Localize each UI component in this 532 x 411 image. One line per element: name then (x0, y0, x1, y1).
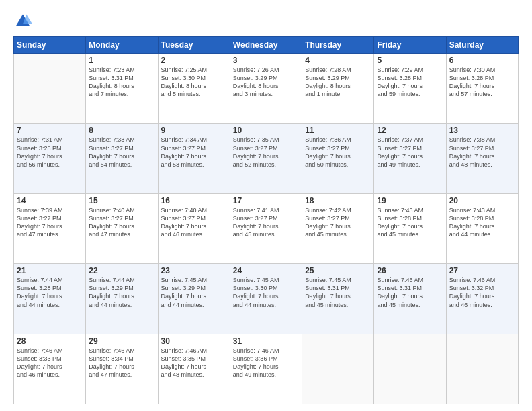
day-info: Sunrise: 7:30 AM Sunset: 3:28 PM Dayligh… (449, 66, 515, 99)
day-info: Sunrise: 7:45 AM Sunset: 3:29 PM Dayligh… (161, 276, 227, 309)
day-info: Sunrise: 7:31 AM Sunset: 3:28 PM Dayligh… (17, 136, 83, 169)
calendar-cell: 29Sunrise: 7:46 AM Sunset: 3:34 PM Dayli… (86, 334, 158, 404)
day-number: 14 (17, 196, 83, 205)
calendar-cell: 2Sunrise: 7:25 AM Sunset: 3:30 PM Daylig… (158, 54, 230, 124)
day-number: 27 (449, 266, 515, 275)
calendar-cell: 14Sunrise: 7:39 AM Sunset: 3:27 PM Dayli… (14, 193, 86, 263)
day-number: 31 (233, 336, 299, 346)
day-info: Sunrise: 7:26 AM Sunset: 3:29 PM Dayligh… (233, 66, 299, 99)
day-number: 18 (305, 196, 371, 205)
day-info: Sunrise: 7:34 AM Sunset: 3:27 PM Dayligh… (161, 136, 227, 169)
calendar-cell: 16Sunrise: 7:40 AM Sunset: 3:27 PM Dayli… (158, 193, 230, 263)
day-info: Sunrise: 7:46 AM Sunset: 3:35 PM Dayligh… (161, 347, 227, 379)
day-number: 21 (17, 266, 83, 275)
page: SundayMondayTuesdayWednesdayThursdayFrid… (0, 0, 532, 411)
calendar-cell: 7Sunrise: 7:31 AM Sunset: 3:28 PM Daylig… (14, 124, 86, 193)
day-number: 24 (233, 266, 299, 275)
calendar-cell: 12Sunrise: 7:37 AM Sunset: 3:27 PM Dayli… (374, 124, 446, 193)
day-number: 28 (17, 336, 83, 346)
day-info: Sunrise: 7:40 AM Sunset: 3:27 PM Dayligh… (161, 206, 227, 239)
calendar-cell: 30Sunrise: 7:46 AM Sunset: 3:35 PM Dayli… (158, 334, 230, 404)
calendar-cell (374, 334, 446, 404)
day-number: 6 (449, 56, 515, 65)
header (13, 12, 519, 31)
day-number: 22 (89, 266, 154, 275)
week-row-5: 28Sunrise: 7:46 AM Sunset: 3:33 PM Dayli… (14, 334, 519, 404)
calendar-cell: 20Sunrise: 7:43 AM Sunset: 3:28 PM Dayli… (446, 193, 518, 263)
day-number: 17 (233, 196, 299, 205)
logo-icon (13, 12, 32, 31)
day-info: Sunrise: 7:28 AM Sunset: 3:29 PM Dayligh… (305, 66, 371, 99)
day-number: 25 (305, 266, 371, 275)
day-info: Sunrise: 7:39 AM Sunset: 3:27 PM Dayligh… (17, 206, 83, 239)
day-info: Sunrise: 7:42 AM Sunset: 3:27 PM Dayligh… (305, 206, 371, 239)
day-number: 29 (89, 336, 154, 346)
weekday-monday: Monday (86, 37, 158, 54)
calendar-cell: 4Sunrise: 7:28 AM Sunset: 3:29 PM Daylig… (302, 54, 374, 124)
day-info: Sunrise: 7:43 AM Sunset: 3:28 PM Dayligh… (377, 206, 443, 239)
weekday-header-row: SundayMondayTuesdayWednesdayThursdayFrid… (14, 37, 519, 54)
day-number: 20 (449, 196, 515, 205)
calendar-cell: 25Sunrise: 7:45 AM Sunset: 3:31 PM Dayli… (302, 264, 374, 334)
weekday-friday: Friday (374, 37, 446, 54)
day-info: Sunrise: 7:38 AM Sunset: 3:27 PM Dayligh… (449, 136, 515, 169)
weekday-wednesday: Wednesday (230, 37, 302, 54)
calendar-cell: 10Sunrise: 7:35 AM Sunset: 3:27 PM Dayli… (230, 124, 302, 193)
day-info: Sunrise: 7:44 AM Sunset: 3:29 PM Dayligh… (89, 276, 154, 309)
calendar-cell: 22Sunrise: 7:44 AM Sunset: 3:29 PM Dayli… (86, 264, 158, 334)
day-number: 9 (161, 126, 227, 135)
day-info: Sunrise: 7:35 AM Sunset: 3:27 PM Dayligh… (233, 136, 299, 169)
calendar-cell (302, 334, 374, 404)
calendar-cell: 24Sunrise: 7:45 AM Sunset: 3:30 PM Dayli… (230, 264, 302, 334)
day-info: Sunrise: 7:43 AM Sunset: 3:28 PM Dayligh… (449, 206, 515, 239)
calendar-cell: 21Sunrise: 7:44 AM Sunset: 3:28 PM Dayli… (14, 264, 86, 334)
calendar-cell: 3Sunrise: 7:26 AM Sunset: 3:29 PM Daylig… (230, 54, 302, 124)
day-info: Sunrise: 7:46 AM Sunset: 3:36 PM Dayligh… (233, 347, 299, 379)
week-row-1: 1Sunrise: 7:23 AM Sunset: 3:31 PM Daylig… (14, 54, 519, 124)
day-number: 16 (161, 196, 227, 205)
day-info: Sunrise: 7:25 AM Sunset: 3:30 PM Dayligh… (161, 66, 227, 99)
calendar-cell: 17Sunrise: 7:41 AM Sunset: 3:27 PM Dayli… (230, 193, 302, 263)
calendar-cell (14, 54, 86, 124)
calendar-cell: 26Sunrise: 7:46 AM Sunset: 3:31 PM Dayli… (374, 264, 446, 334)
calendar-cell: 1Sunrise: 7:23 AM Sunset: 3:31 PM Daylig… (86, 54, 158, 124)
day-info: Sunrise: 7:23 AM Sunset: 3:31 PM Dayligh… (89, 66, 154, 99)
calendar-cell: 5Sunrise: 7:29 AM Sunset: 3:28 PM Daylig… (374, 54, 446, 124)
calendar-cell: 8Sunrise: 7:33 AM Sunset: 3:27 PM Daylig… (86, 124, 158, 193)
calendar-cell: 28Sunrise: 7:46 AM Sunset: 3:33 PM Dayli… (14, 334, 86, 404)
day-number: 11 (305, 126, 371, 135)
logo (13, 12, 35, 31)
week-row-4: 21Sunrise: 7:44 AM Sunset: 3:28 PM Dayli… (14, 264, 519, 334)
week-row-2: 7Sunrise: 7:31 AM Sunset: 3:28 PM Daylig… (14, 124, 519, 193)
calendar-cell: 15Sunrise: 7:40 AM Sunset: 3:27 PM Dayli… (86, 193, 158, 263)
day-number: 2 (161, 56, 227, 65)
day-info: Sunrise: 7:29 AM Sunset: 3:28 PM Dayligh… (377, 66, 443, 99)
day-number: 19 (377, 196, 443, 205)
weekday-tuesday: Tuesday (158, 37, 230, 54)
day-number: 8 (89, 126, 154, 135)
day-info: Sunrise: 7:46 AM Sunset: 3:32 PM Dayligh… (449, 276, 515, 309)
calendar-cell: 18Sunrise: 7:42 AM Sunset: 3:27 PM Dayli… (302, 193, 374, 263)
day-info: Sunrise: 7:37 AM Sunset: 3:27 PM Dayligh… (377, 136, 443, 169)
day-number: 13 (449, 126, 515, 135)
day-info: Sunrise: 7:40 AM Sunset: 3:27 PM Dayligh… (89, 206, 154, 239)
day-number: 5 (377, 56, 443, 65)
week-row-3: 14Sunrise: 7:39 AM Sunset: 3:27 PM Dayli… (14, 193, 519, 263)
calendar-cell: 19Sunrise: 7:43 AM Sunset: 3:28 PM Dayli… (374, 193, 446, 263)
day-info: Sunrise: 7:33 AM Sunset: 3:27 PM Dayligh… (89, 136, 154, 169)
day-number: 10 (233, 126, 299, 135)
day-number: 12 (377, 126, 443, 135)
day-info: Sunrise: 7:45 AM Sunset: 3:30 PM Dayligh… (233, 276, 299, 309)
day-number: 4 (305, 56, 371, 65)
day-number: 23 (161, 266, 227, 275)
day-number: 30 (161, 336, 227, 346)
day-number: 15 (89, 196, 154, 205)
day-number: 3 (233, 56, 299, 65)
day-info: Sunrise: 7:46 AM Sunset: 3:34 PM Dayligh… (89, 347, 154, 379)
calendar-cell: 11Sunrise: 7:36 AM Sunset: 3:27 PM Dayli… (302, 124, 374, 193)
day-info: Sunrise: 7:44 AM Sunset: 3:28 PM Dayligh… (17, 276, 83, 309)
calendar-cell: 31Sunrise: 7:46 AM Sunset: 3:36 PM Dayli… (230, 334, 302, 404)
day-info: Sunrise: 7:46 AM Sunset: 3:31 PM Dayligh… (377, 276, 443, 309)
day-number: 1 (89, 56, 154, 65)
calendar-cell: 13Sunrise: 7:38 AM Sunset: 3:27 PM Dayli… (446, 124, 518, 193)
